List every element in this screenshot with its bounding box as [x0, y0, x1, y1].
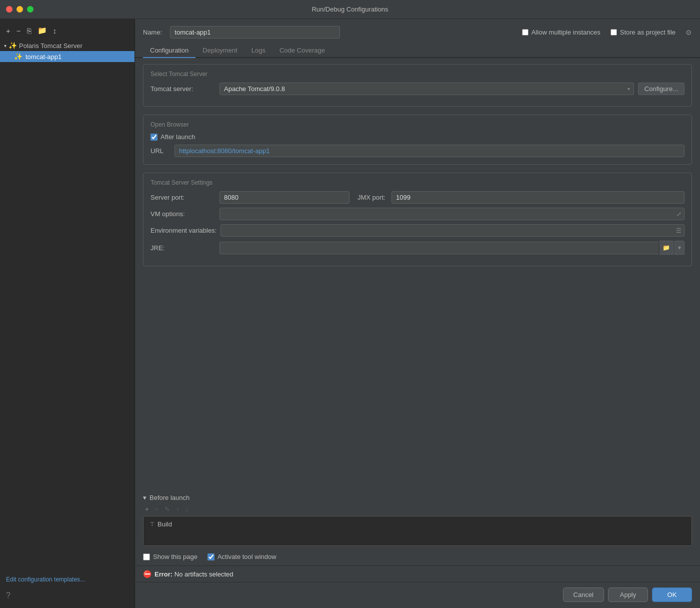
- env-variables-label: Environment variables:: [150, 227, 216, 234]
- minimize-button[interactable]: [16, 6, 23, 13]
- main-layout: + − ⎘ 📁 ↕ ▾ ✨ Polaris Tomcat Server ✨ to…: [0, 19, 700, 608]
- url-row: URL: [150, 145, 684, 157]
- vm-options-label: VM options:: [150, 210, 216, 218]
- env-variables-row: Environment variables: ☰: [150, 224, 684, 237]
- before-launch-header[interactable]: ▾ Before launch: [135, 490, 700, 503]
- jmx-port-input[interactable]: [392, 191, 684, 204]
- url-label: URL: [150, 147, 170, 155]
- maximize-button[interactable]: [27, 6, 34, 13]
- tomcat-server-row: Tomcat server: Apache Tomcat/9.0.8 ▾ Con…: [150, 83, 684, 95]
- server-port-label: Server port:: [150, 194, 216, 201]
- open-browser-section: Open Browser After launch URL: [143, 115, 692, 165]
- tomcat-settings-title: Tomcat Server Settings: [150, 179, 684, 186]
- activate-tool-window-label[interactable]: Activate tool window: [208, 553, 276, 560]
- chevron-down-icon: ▾: [4, 43, 6, 49]
- folder-config-button[interactable]: 📁: [36, 25, 49, 36]
- allow-multiple-label[interactable]: Allow multiple instances: [522, 29, 600, 36]
- add-config-button[interactable]: +: [4, 26, 12, 36]
- env-variables-input-wrapper: ☰: [220, 224, 684, 237]
- tomcat-server-select-wrapper: Apache Tomcat/9.0.8 ▾: [220, 83, 634, 95]
- before-launch-edit-button[interactable]: ✎: [162, 504, 172, 514]
- header-checkboxes: Allow multiple instances Store as projec…: [522, 29, 692, 37]
- tomcat-server-label: Tomcat server:: [150, 85, 216, 93]
- bottom-checkboxes: Show this page Activate tool window: [135, 550, 700, 565]
- tab-configuration[interactable]: Configuration: [143, 44, 196, 58]
- before-launch-title: Before launch: [150, 494, 190, 501]
- tab-content: Select Tomcat Server Tomcat server: Apac…: [135, 58, 700, 490]
- server-port-input[interactable]: [220, 191, 350, 204]
- tomcat-group-icon: ✨: [8, 42, 17, 50]
- build-icon: ⊤: [150, 521, 154, 528]
- before-launch-toolbar: + − ✎ ↑ ↓: [135, 503, 700, 516]
- window-title: Run/Debug Configurations: [312, 6, 388, 13]
- name-label: Name:: [143, 29, 162, 36]
- edit-templates-link[interactable]: Edit configuration templates...: [6, 576, 85, 583]
- tabs-bar: Configuration Deployment Logs Code Cover…: [135, 44, 700, 58]
- select-tomcat-section: Select Tomcat Server Tomcat server: Apac…: [143, 64, 692, 107]
- sidebar-toolbar: + − ⎘ 📁 ↕: [0, 23, 134, 40]
- port-row: Server port: JMX port:: [150, 191, 684, 204]
- vm-options-input[interactable]: [220, 208, 684, 220]
- env-variables-browse-button[interactable]: ☰: [675, 226, 682, 235]
- tomcat-item-icon: ✨: [14, 53, 22, 61]
- content-area: Name: Allow multiple instances Store as …: [135, 19, 700, 608]
- select-tomcat-title: Select Tomcat Server: [150, 71, 684, 78]
- sidebar-group-header[interactable]: ▾ ✨ Polaris Tomcat Server: [0, 40, 134, 51]
- show-page-label[interactable]: Show this page: [143, 553, 198, 560]
- tab-logs[interactable]: Logs: [244, 44, 272, 58]
- title-bar: Run/Debug Configurations: [0, 0, 700, 19]
- tab-code-coverage[interactable]: Code Coverage: [272, 44, 332, 58]
- url-input[interactable]: [174, 145, 684, 157]
- vm-options-row: VM options: ⤢: [150, 208, 684, 220]
- before-launch-item-build-label: Build: [158, 520, 172, 528]
- sidebar-group-tomcat: ▾ ✨ Polaris Tomcat Server ✨ tomcat-app1: [0, 40, 134, 64]
- jre-folder-button[interactable]: 📁: [660, 241, 674, 255]
- configure-button[interactable]: Configure...: [638, 83, 684, 95]
- cancel-button[interactable]: Cancel: [563, 587, 604, 602]
- action-bar: Cancel Apply OK: [135, 582, 700, 608]
- open-browser-title: Open Browser: [150, 121, 684, 128]
- activate-tool-window-checkbox[interactable]: [208, 553, 214, 560]
- help-icon[interactable]: ?: [0, 587, 134, 604]
- after-launch-label: After launch: [160, 133, 195, 141]
- vm-options-input-wrapper: ⤢: [220, 208, 684, 220]
- name-input[interactable]: [170, 26, 340, 39]
- ok-button[interactable]: OK: [652, 587, 692, 602]
- allow-multiple-checkbox[interactable]: [522, 29, 528, 36]
- error-text: Error: No artifacts selected: [154, 570, 234, 578]
- sidebar-item-tomcat-app1[interactable]: ✨ tomcat-app1: [0, 51, 134, 62]
- jre-input[interactable]: [220, 242, 658, 254]
- before-launch-remove-button[interactable]: −: [153, 504, 161, 514]
- jre-input-wrapper: 📁 ▾: [220, 241, 684, 255]
- header-row: Name: Allow multiple instances Store as …: [135, 19, 700, 44]
- tab-deployment[interactable]: Deployment: [196, 44, 244, 58]
- before-launch-down-button[interactable]: ↓: [184, 504, 191, 514]
- apply-button[interactable]: Apply: [608, 587, 648, 602]
- before-launch-item-build: ⊤ Build: [148, 519, 688, 529]
- store-as-project-label[interactable]: Store as project file: [610, 29, 676, 36]
- window-controls: [6, 6, 34, 13]
- close-button[interactable]: [6, 6, 12, 13]
- env-variables-input[interactable]: [220, 224, 684, 237]
- error-bar: ⛔ Error: No artifacts selected: [135, 565, 700, 582]
- jre-label: JRE:: [150, 244, 216, 252]
- tomcat-server-select[interactable]: Apache Tomcat/9.0.8: [220, 83, 634, 95]
- sidebar-bottom: Edit configuration templates...: [0, 571, 134, 587]
- gear-icon[interactable]: ⚙: [686, 29, 692, 37]
- before-launch-list: ⊤ Build: [143, 516, 692, 546]
- jre-dropdown-button[interactable]: ▾: [674, 241, 684, 255]
- sort-config-button[interactable]: ↕: [51, 26, 59, 36]
- vm-options-expand-button[interactable]: ⤢: [676, 210, 682, 219]
- copy-config-button[interactable]: ⎘: [25, 26, 34, 36]
- remove-config-button[interactable]: −: [14, 26, 23, 36]
- before-launch-up-button[interactable]: ↑: [174, 504, 182, 514]
- before-launch-add-button[interactable]: +: [143, 504, 151, 514]
- jmx-port-label: JMX port:: [358, 194, 388, 201]
- sidebar-group-label: Polaris Tomcat Server: [19, 42, 82, 50]
- chevron-before-launch-icon: ▾: [143, 494, 146, 501]
- error-icon: ⛔: [143, 570, 152, 578]
- after-launch-checkbox[interactable]: [150, 134, 158, 141]
- store-as-project-checkbox[interactable]: [610, 29, 617, 36]
- after-launch-row: After launch: [150, 133, 684, 141]
- show-page-checkbox[interactable]: [143, 553, 150, 560]
